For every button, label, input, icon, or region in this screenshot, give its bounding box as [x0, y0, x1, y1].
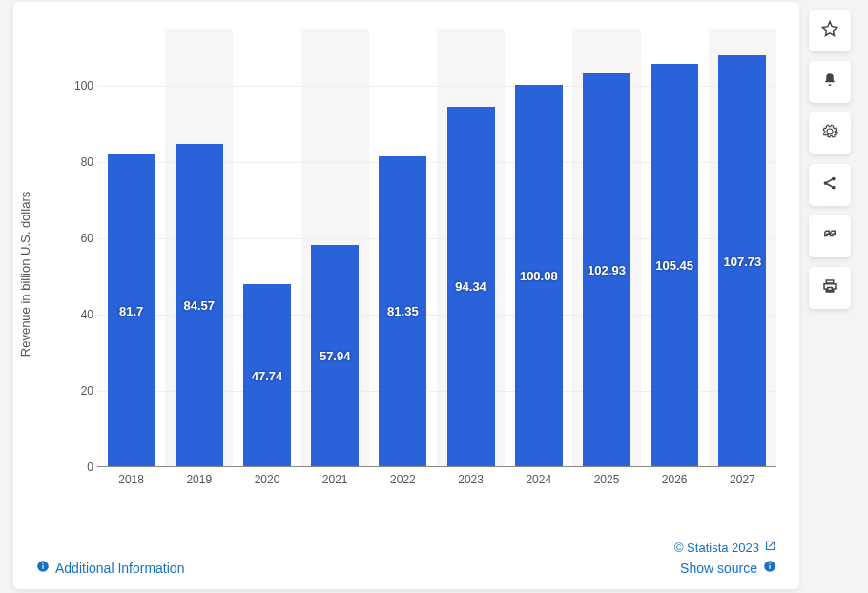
bar-value-label: 102.93 [583, 263, 630, 277]
x-tick: 2019 [165, 473, 233, 486]
bar-value-label: 84.57 [176, 297, 223, 312]
x-tick: 2018 [97, 473, 165, 486]
bar[interactable]: 57.94 [311, 245, 359, 466]
star-icon [821, 20, 838, 41]
y-tick: 20 [72, 384, 93, 398]
print-button[interactable] [809, 267, 851, 309]
bar-value-label: 81.7 [108, 303, 155, 317]
side-toolbar [809, 10, 855, 309]
x-tick: 2025 [572, 473, 640, 486]
additional-information-label: Additional Information [55, 561, 184, 576]
x-tick: 2024 [505, 473, 572, 486]
alert-button[interactable] [809, 61, 851, 103]
chart-card: Revenue in billion U.S. dollars 0 20 40 … [13, 2, 799, 589]
copyright-text: © Statista 2023 [674, 541, 759, 555]
bar[interactable]: 100.08 [515, 85, 563, 466]
share-button[interactable] [809, 164, 851, 206]
bar[interactable]: 81.7 [108, 154, 155, 466]
y-tick: 0 [72, 460, 93, 474]
info-icon [36, 560, 50, 576]
plot-area: 81.784.5747.7457.9481.3594.34100.08102.9… [97, 29, 776, 467]
bar-value-label: 105.45 [651, 258, 698, 273]
bar-value-label: 107.73 [718, 254, 766, 268]
bar[interactable]: 105.45 [651, 64, 698, 466]
bar[interactable]: 102.93 [583, 73, 630, 466]
bar-value-label: 100.08 [515, 268, 563, 282]
cite-button[interactable] [809, 215, 851, 257]
x-tick: 2023 [437, 473, 505, 486]
bar-value-label: 81.35 [379, 304, 426, 318]
x-tick: 2022 [369, 473, 437, 486]
additional-information-link[interactable]: Additional Information [36, 560, 184, 576]
info-icon [763, 560, 776, 576]
y-tick: 60 [72, 232, 93, 245]
share-icon [821, 174, 838, 195]
chart-footer: Additional Information © Statista 2023 S… [36, 540, 776, 576]
external-link-icon [763, 540, 776, 556]
print-icon [821, 277, 838, 298]
bar[interactable]: 47.74 [243, 284, 291, 466]
chart-area: Revenue in billion U.S. dollars 0 20 40 … [36, 29, 776, 505]
show-source-link[interactable]: Show source [674, 560, 776, 576]
svg-rect-1 [42, 565, 43, 569]
show-source-label: Show source [680, 561, 757, 576]
svg-rect-5 [769, 563, 770, 564]
quote-icon [821, 226, 838, 247]
y-tick: 100 [72, 79, 93, 92]
bar-value-label: 47.74 [243, 368, 291, 382]
bell-icon [821, 72, 838, 92]
favorite-button[interactable] [809, 10, 851, 51]
x-tick: 2026 [641, 473, 709, 486]
y-tick: 80 [72, 155, 93, 169]
bar[interactable]: 81.35 [379, 156, 426, 466]
bar[interactable]: 84.57 [176, 144, 223, 466]
svg-rect-4 [769, 565, 770, 569]
x-tick: 2021 [301, 473, 369, 486]
footer-right: © Statista 2023 Show source [674, 540, 776, 576]
bar[interactable]: 107.73 [718, 55, 766, 466]
bar-value-label: 94.34 [447, 279, 495, 294]
y-axis-label: Revenue in billion U.S. dollars [18, 192, 32, 357]
gear-icon [821, 123, 838, 144]
x-tick: 2027 [709, 473, 776, 486]
svg-rect-2 [42, 563, 43, 564]
bar-value-label: 57.94 [311, 349, 359, 363]
x-tick: 2020 [233, 473, 300, 486]
settings-button[interactable] [809, 112, 851, 154]
bar[interactable]: 94.34 [447, 107, 495, 466]
y-tick: 40 [72, 308, 93, 321]
